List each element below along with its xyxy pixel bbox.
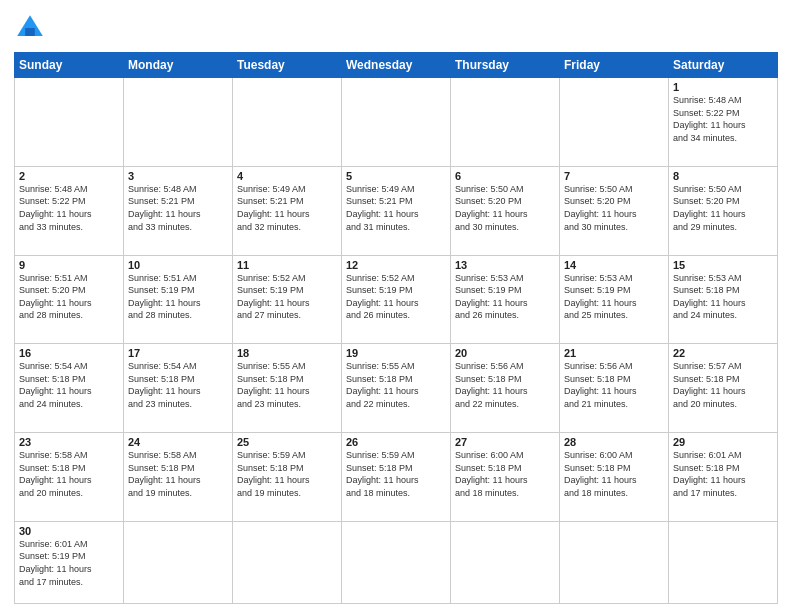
day-info: Sunrise: 5:53 AMSunset: 5:19 PMDaylight:… (455, 272, 555, 322)
day-number: 24 (128, 436, 228, 448)
calendar-week-row: 30Sunrise: 6:01 AMSunset: 5:19 PMDayligh… (15, 521, 778, 603)
day-number: 6 (455, 170, 555, 182)
day-info: Sunrise: 5:53 AMSunset: 5:19 PMDaylight:… (564, 272, 664, 322)
svg-rect-1 (25, 28, 35, 36)
calendar-cell: 27Sunrise: 6:00 AMSunset: 5:18 PMDayligh… (451, 433, 560, 522)
calendar-cell (451, 78, 560, 167)
calendar-cell: 8Sunrise: 5:50 AMSunset: 5:20 PMDaylight… (669, 166, 778, 255)
day-number: 11 (237, 259, 337, 271)
day-number: 4 (237, 170, 337, 182)
day-info: Sunrise: 5:55 AMSunset: 5:18 PMDaylight:… (237, 360, 337, 410)
day-info: Sunrise: 5:48 AMSunset: 5:21 PMDaylight:… (128, 183, 228, 233)
day-number: 23 (19, 436, 119, 448)
logo (14, 12, 50, 44)
day-info: Sunrise: 5:51 AMSunset: 5:20 PMDaylight:… (19, 272, 119, 322)
day-number: 2 (19, 170, 119, 182)
day-info: Sunrise: 5:54 AMSunset: 5:18 PMDaylight:… (19, 360, 119, 410)
day-number: 30 (19, 525, 119, 537)
day-info: Sunrise: 5:50 AMSunset: 5:20 PMDaylight:… (564, 183, 664, 233)
day-number: 10 (128, 259, 228, 271)
calendar-cell (342, 521, 451, 603)
calendar-cell: 5Sunrise: 5:49 AMSunset: 5:21 PMDaylight… (342, 166, 451, 255)
weekday-header: Sunday (15, 53, 124, 78)
weekday-header: Tuesday (233, 53, 342, 78)
day-number: 7 (564, 170, 664, 182)
day-info: Sunrise: 5:54 AMSunset: 5:18 PMDaylight:… (128, 360, 228, 410)
day-info: Sunrise: 5:55 AMSunset: 5:18 PMDaylight:… (346, 360, 446, 410)
calendar-week-row: 2Sunrise: 5:48 AMSunset: 5:22 PMDaylight… (15, 166, 778, 255)
day-number: 15 (673, 259, 773, 271)
calendar-cell: 11Sunrise: 5:52 AMSunset: 5:19 PMDayligh… (233, 255, 342, 344)
day-number: 13 (455, 259, 555, 271)
day-number: 25 (237, 436, 337, 448)
calendar-cell: 7Sunrise: 5:50 AMSunset: 5:20 PMDaylight… (560, 166, 669, 255)
day-number: 17 (128, 347, 228, 359)
day-number: 12 (346, 259, 446, 271)
weekday-header: Saturday (669, 53, 778, 78)
day-number: 5 (346, 170, 446, 182)
day-number: 29 (673, 436, 773, 448)
day-number: 3 (128, 170, 228, 182)
day-info: Sunrise: 5:59 AMSunset: 5:18 PMDaylight:… (346, 449, 446, 499)
weekday-header: Wednesday (342, 53, 451, 78)
day-info: Sunrise: 6:01 AMSunset: 5:19 PMDaylight:… (19, 538, 119, 588)
calendar-cell: 29Sunrise: 6:01 AMSunset: 5:18 PMDayligh… (669, 433, 778, 522)
calendar-cell: 20Sunrise: 5:56 AMSunset: 5:18 PMDayligh… (451, 344, 560, 433)
day-info: Sunrise: 5:59 AMSunset: 5:18 PMDaylight:… (237, 449, 337, 499)
day-info: Sunrise: 5:58 AMSunset: 5:18 PMDaylight:… (128, 449, 228, 499)
calendar-cell (233, 521, 342, 603)
day-number: 21 (564, 347, 664, 359)
day-info: Sunrise: 6:00 AMSunset: 5:18 PMDaylight:… (564, 449, 664, 499)
calendar-cell: 10Sunrise: 5:51 AMSunset: 5:19 PMDayligh… (124, 255, 233, 344)
day-number: 18 (237, 347, 337, 359)
weekday-header: Thursday (451, 53, 560, 78)
calendar-cell: 30Sunrise: 6:01 AMSunset: 5:19 PMDayligh… (15, 521, 124, 603)
logo-icon (14, 12, 46, 44)
day-info: Sunrise: 5:57 AMSunset: 5:18 PMDaylight:… (673, 360, 773, 410)
day-info: Sunrise: 5:52 AMSunset: 5:19 PMDaylight:… (237, 272, 337, 322)
calendar-cell: 25Sunrise: 5:59 AMSunset: 5:18 PMDayligh… (233, 433, 342, 522)
day-info: Sunrise: 5:48 AMSunset: 5:22 PMDaylight:… (673, 94, 773, 144)
calendar-cell: 14Sunrise: 5:53 AMSunset: 5:19 PMDayligh… (560, 255, 669, 344)
day-info: Sunrise: 5:56 AMSunset: 5:18 PMDaylight:… (455, 360, 555, 410)
day-number: 19 (346, 347, 446, 359)
day-number: 28 (564, 436, 664, 448)
day-info: Sunrise: 5:56 AMSunset: 5:18 PMDaylight:… (564, 360, 664, 410)
calendar-cell (451, 521, 560, 603)
day-number: 27 (455, 436, 555, 448)
day-info: Sunrise: 5:50 AMSunset: 5:20 PMDaylight:… (673, 183, 773, 233)
day-number: 26 (346, 436, 446, 448)
day-info: Sunrise: 5:52 AMSunset: 5:19 PMDaylight:… (346, 272, 446, 322)
calendar-cell: 1Sunrise: 5:48 AMSunset: 5:22 PMDaylight… (669, 78, 778, 167)
calendar-cell (233, 78, 342, 167)
day-info: Sunrise: 5:50 AMSunset: 5:20 PMDaylight:… (455, 183, 555, 233)
calendar-cell: 23Sunrise: 5:58 AMSunset: 5:18 PMDayligh… (15, 433, 124, 522)
calendar-cell: 24Sunrise: 5:58 AMSunset: 5:18 PMDayligh… (124, 433, 233, 522)
calendar-cell (124, 78, 233, 167)
calendar-cell: 15Sunrise: 5:53 AMSunset: 5:18 PMDayligh… (669, 255, 778, 344)
calendar-cell: 6Sunrise: 5:50 AMSunset: 5:20 PMDaylight… (451, 166, 560, 255)
day-info: Sunrise: 5:53 AMSunset: 5:18 PMDaylight:… (673, 272, 773, 322)
day-number: 14 (564, 259, 664, 271)
weekday-header: Friday (560, 53, 669, 78)
day-info: Sunrise: 5:51 AMSunset: 5:19 PMDaylight:… (128, 272, 228, 322)
calendar-cell: 26Sunrise: 5:59 AMSunset: 5:18 PMDayligh… (342, 433, 451, 522)
day-number: 1 (673, 81, 773, 93)
day-info: Sunrise: 6:00 AMSunset: 5:18 PMDaylight:… (455, 449, 555, 499)
calendar-cell (342, 78, 451, 167)
calendar-table: SundayMondayTuesdayWednesdayThursdayFrid… (14, 52, 778, 604)
calendar-cell: 9Sunrise: 5:51 AMSunset: 5:20 PMDaylight… (15, 255, 124, 344)
calendar-week-row: 1Sunrise: 5:48 AMSunset: 5:22 PMDaylight… (15, 78, 778, 167)
day-info: Sunrise: 5:49 AMSunset: 5:21 PMDaylight:… (237, 183, 337, 233)
calendar-cell (560, 78, 669, 167)
calendar-cell (669, 521, 778, 603)
calendar-cell (560, 521, 669, 603)
calendar-cell: 13Sunrise: 5:53 AMSunset: 5:19 PMDayligh… (451, 255, 560, 344)
day-number: 9 (19, 259, 119, 271)
day-number: 22 (673, 347, 773, 359)
day-info: Sunrise: 5:49 AMSunset: 5:21 PMDaylight:… (346, 183, 446, 233)
calendar-cell: 2Sunrise: 5:48 AMSunset: 5:22 PMDaylight… (15, 166, 124, 255)
calendar-cell (124, 521, 233, 603)
header (14, 12, 778, 44)
day-number: 20 (455, 347, 555, 359)
